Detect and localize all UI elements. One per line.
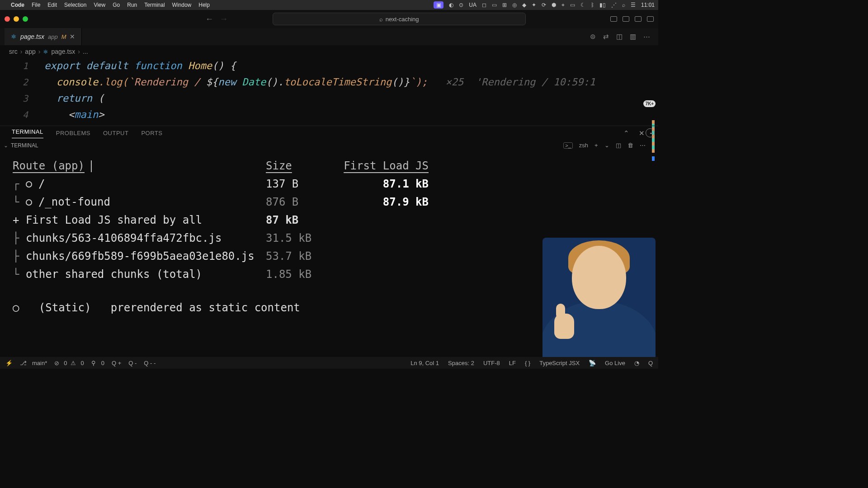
menu-file[interactable]: File — [32, 2, 40, 8]
controlcenter-icon[interactable]: ☰ — [631, 2, 636, 8]
nav-back-icon[interactable]: ← — [205, 14, 213, 24]
breadcrumb-seg[interactable]: src — [9, 48, 18, 55]
menu-window[interactable]: Window — [172, 2, 192, 8]
panel-tab-ports[interactable]: PORTS — [141, 130, 162, 136]
cursor-position[interactable]: Ln 9, Col 1 — [410, 360, 439, 366]
status-icon[interactable]: ◆ — [522, 2, 526, 8]
panel-tab-problems[interactable]: PROBLEMS — [56, 130, 90, 136]
macos-menubar: Code File Edit Selection View Go Run Ter… — [0, 0, 658, 10]
minimize-window-button[interactable] — [14, 16, 19, 22]
panel-tab-terminal[interactable]: TERMINAL — [12, 128, 43, 138]
status-q[interactable]: Q — [648, 360, 653, 366]
location-icon[interactable]: ⌖ — [561, 2, 565, 8]
clock[interactable]: 11:01 — [641, 2, 655, 8]
status-q-plus[interactable]: Q + — [112, 360, 121, 366]
menu-edit[interactable]: Edit — [47, 2, 57, 8]
react-icon: ⚛ — [43, 48, 48, 55]
menu-run[interactable]: Run — [127, 2, 137, 8]
layout-bottom-icon[interactable] — [623, 16, 629, 22]
shell-icon: >_ — [563, 142, 573, 149]
errors-icon[interactable] — [54, 360, 60, 366]
layout-terminal-icon[interactable]: ◫ — [616, 142, 621, 149]
breadcrumb-more[interactable]: ... — [83, 48, 88, 55]
shell-name[interactable]: zsh — [579, 142, 588, 149]
menu-view[interactable]: View — [94, 2, 105, 8]
eol[interactable]: LF — [509, 360, 516, 366]
breadcrumb-seg[interactable]: app — [25, 48, 35, 55]
terminal-cursor — [91, 160, 92, 172]
status-icon[interactable]: ▭ — [492, 2, 497, 8]
line-gutter: 1234 — [0, 58, 36, 123]
copilot-icon[interactable]: ⊜ — [590, 33, 596, 41]
layout-left-icon[interactable] — [610, 16, 617, 22]
wifi-icon[interactable]: ⋰ — [611, 2, 617, 8]
kill-terminal-icon[interactable]: 🗑 — [627, 142, 633, 149]
legend-label: (Static) — [39, 301, 91, 314]
git-branch[interactable]: main* — [20, 360, 47, 366]
status-q-minus[interactable]: Q - — [128, 360, 137, 366]
statusbar: ⚡ main* 0 0 0 Q + Q - Q - - Ln 9, Col 1 … — [0, 357, 658, 369]
status-q-minusminus[interactable]: Q - - — [144, 360, 156, 366]
encoding[interactable]: UTF-8 — [483, 360, 500, 366]
minimap-overview[interactable] — [652, 156, 655, 161]
split-editor-icon[interactable]: ◫ — [616, 33, 623, 41]
panel-tab-output[interactable]: OUTPUT — [103, 130, 128, 136]
menu-terminal[interactable]: Terminal — [144, 2, 165, 8]
editor-tabstrip: ⚛ page.tsx app M ✕ ⊜ ⇄ ◫ ▥ ⋯ — [0, 28, 658, 45]
search-icon[interactable]: ⌕ — [622, 2, 625, 8]
panel-close-icon[interactable]: ✕ — [639, 129, 645, 137]
layout-icon[interactable]: ▥ — [630, 33, 636, 41]
status-icon[interactable]: ◻ — [482, 2, 486, 8]
split-terminal-dropdown-icon[interactable]: ⌄ — [604, 142, 609, 149]
app-name[interactable]: Code — [11, 2, 24, 8]
status-ua[interactable]: UA — [469, 2, 476, 8]
remote-icon[interactable]: ⚡ — [5, 360, 13, 366]
tab-close-icon[interactable]: ✕ — [70, 33, 75, 40]
menu-go[interactable]: Go — [113, 2, 120, 8]
status-purple-icon[interactable]: ▣ — [434, 1, 443, 9]
breadcrumb-seg[interactable]: page.tsx — [51, 48, 75, 55]
code-content[interactable]: export default function Home() { console… — [18, 58, 658, 123]
moon-icon[interactable]: ☾ — [580, 2, 585, 8]
window-titlebar: ← → ⌕ next-caching — [0, 10, 658, 28]
command-center[interactable]: ⌕ next-caching — [273, 13, 526, 25]
panel-maximize-icon[interactable]: ⌃ — [623, 129, 630, 137]
bluetooth-icon[interactable]: ᛒ — [591, 2, 594, 8]
indentation[interactable]: Spaces: 2 — [448, 360, 474, 366]
layout-right-icon[interactable] — [635, 16, 642, 22]
breadcrumb[interactable]: src › app › ⚛ page.tsx › ... — [0, 45, 658, 58]
braces-icon[interactable]: { } — [525, 360, 530, 366]
git-compare-icon[interactable]: ⇄ — [603, 33, 609, 41]
close-window-button[interactable] — [5, 16, 10, 22]
status-icon[interactable]: ⟳ — [542, 2, 546, 8]
status-icon[interactable]: ▭ — [570, 2, 575, 8]
new-terminal-icon[interactable]: + — [594, 142, 598, 149]
terminal-group-label: TERMINAL — [11, 142, 38, 149]
nav-forward-icon[interactable]: → — [220, 14, 228, 24]
status-icon[interactable]: ⊙ — [459, 2, 463, 8]
status-icon[interactable]: ◎ — [512, 2, 517, 8]
chevron-down-icon[interactable]: ⌄ — [4, 142, 8, 149]
code-editor[interactable]: 1234 export default function Home() { co… — [0, 58, 658, 123]
language-mode[interactable]: TypeScript JSX — [539, 360, 580, 366]
status-icon[interactable]: ⊞ — [502, 2, 507, 8]
layout-custom-icon[interactable] — [647, 16, 654, 22]
status-icon[interactable]: ✦ — [532, 2, 536, 8]
menu-help[interactable]: Help — [198, 2, 210, 8]
menu-selection[interactable]: Selection — [64, 2, 86, 8]
build-output-table: Route (app) Size First Load JS ┌ / 137 B… — [13, 157, 429, 283]
more-icon[interactable]: ⋯ — [643, 33, 650, 41]
more-icon[interactable]: ⋯ — [640, 142, 646, 149]
zoom-window-button[interactable] — [23, 16, 28, 22]
ports-forwarded[interactable]: 0 — [91, 360, 104, 366]
battery-icon[interactable]: ▮▯ — [599, 2, 606, 8]
feedback-icon[interactable]: ◔ — [634, 360, 639, 366]
status-icon[interactable]: ◐ — [449, 2, 453, 8]
warnings-icon[interactable] — [71, 360, 77, 366]
chunk-row: ├ chunks/669fb589-f699b5aea03e1e80.js 53… — [13, 247, 429, 265]
go-live-button[interactable]: Go Live — [605, 360, 625, 366]
chunk-row: ├ chunks/563-4106894ffa472fbc.js 31.5 kB — [13, 229, 429, 247]
col-route-header: Route (app) — [13, 160, 85, 172]
editor-tab-page[interactable]: ⚛ page.tsx app M ✕ — [5, 28, 82, 45]
status-icon[interactable]: ⬢ — [552, 2, 556, 8]
